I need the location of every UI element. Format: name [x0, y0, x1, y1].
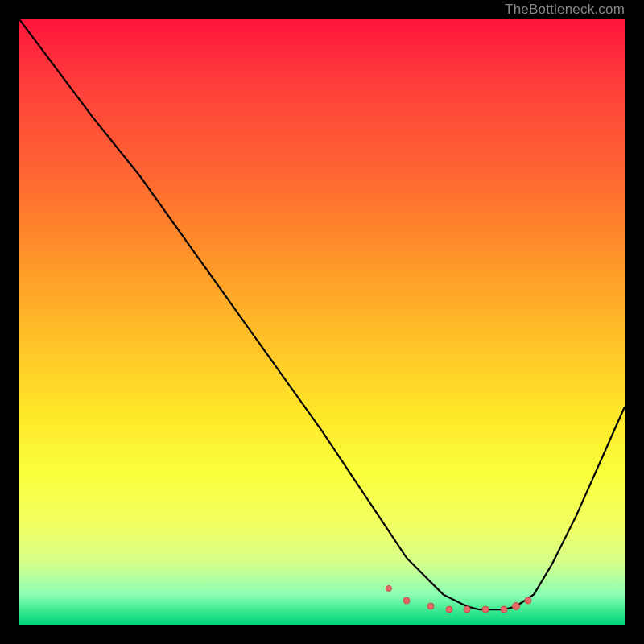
optimum-dot [524, 597, 531, 604]
optimum-dot [482, 606, 489, 613]
optimum-dot [445, 606, 452, 613]
optimum-dot [427, 603, 435, 610]
optimum-dot [403, 597, 411, 604]
optimum-dot [464, 606, 471, 613]
optimum-dot [386, 585, 392, 592]
watermark-text: TheBottleneck.com [505, 0, 625, 19]
optimum-dot [500, 606, 507, 613]
chart-frame: TheBottleneck.com [0, 0, 644, 644]
plot-area [19, 19, 625, 625]
optimum-dot [512, 602, 520, 610]
optimum-dots-layer [19, 19, 625, 625]
